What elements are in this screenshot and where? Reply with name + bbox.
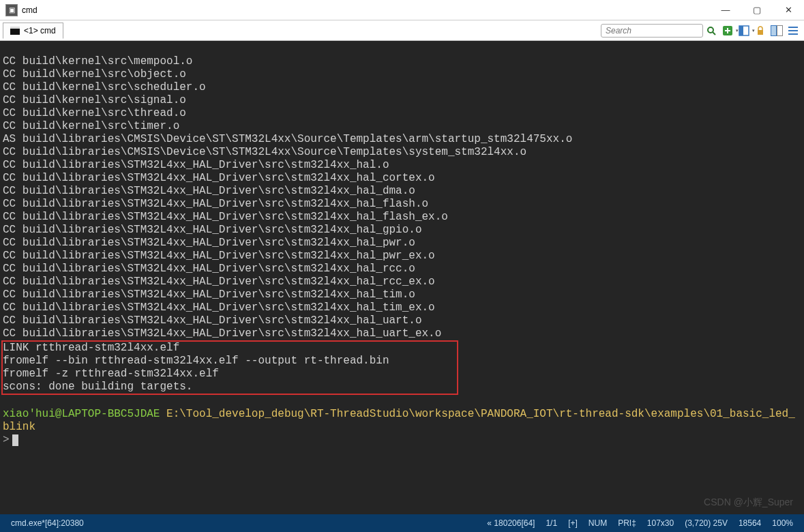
status-process: cmd.exe*[64]:20380: [11, 518, 84, 528]
tab-label: <1> cmd: [24, 26, 56, 35]
output-line: CC build\libraries\STM32L4xx_HAL_Driver\…: [3, 237, 415, 249]
output-line: CC build\libraries\STM32L4xx_HAL_Driver\…: [3, 211, 448, 223]
status-encoding: « 180206[64]: [487, 518, 535, 528]
output-line: CC build\libraries\STM32L4xx_HAL_Driver\…: [3, 172, 435, 184]
output-line: CC build\libraries\STM32L4xx_HAL_Driver\…: [3, 198, 428, 210]
output-line: CC build\libraries\STM32L4xx_HAL_Driver\…: [3, 159, 389, 171]
terminal-output[interactable]: CC build\kernel\src\mempool.o CC build\k…: [0, 41, 804, 514]
output-line: CC build\libraries\STM32L4xx_HAL_Driver\…: [3, 224, 422, 236]
search-icon[interactable]: [704, 24, 718, 38]
close-button[interactable]: ✕: [773, 0, 804, 20]
watermark: CSDN @小辉_Super: [704, 497, 793, 509]
output-line: CC build\libraries\CMSIS\Device\ST\STM32…: [3, 146, 526, 158]
status-num: NUM: [589, 518, 607, 528]
status-cursor: (3,720) 25V: [685, 518, 728, 528]
output-line: fromelf -z rtthread-stm32l4xx.elf: [3, 368, 219, 380]
app-icon: ▣: [5, 4, 18, 16]
output-line: CC build\libraries\STM32L4xx_HAL_Driver\…: [3, 289, 415, 301]
output-line: CC build\libraries\STM32L4xx_HAL_Driver\…: [3, 314, 422, 327]
search-input[interactable]: [601, 24, 703, 38]
highlighted-box: LINK rtthread-stm32l4xx.elf fromelf --bi…: [1, 340, 458, 395]
status-zoom: 100%: [772, 518, 793, 528]
output-line: CC build\kernel\src\scheduler.o: [3, 81, 206, 93]
cursor: [12, 434, 18, 446]
minimize-button[interactable]: —: [710, 0, 741, 20]
window-title: cmd: [22, 5, 38, 15]
output-line: CC build\libraries\STM32L4xx_HAL_Driver\…: [3, 327, 441, 340]
output-line: CC build\kernel\src\mempool.o: [3, 55, 192, 68]
output-line: LINK rtthread-stm32l4xx.elf: [3, 342, 179, 354]
output-line: CC build\libraries\STM32L4xx_HAL_Driver\…: [3, 250, 435, 262]
svg-rect-7: [758, 30, 763, 35]
svg-rect-6: [739, 26, 743, 35]
status-pri: PRI‡: [618, 518, 636, 528]
prompt-symbol: >: [3, 434, 10, 447]
svg-point-0: [708, 27, 713, 33]
terminal-icon: [10, 27, 20, 35]
status-insert: [+]: [568, 518, 578, 528]
output-line: scons: done building targets.: [3, 381, 192, 393]
status-position: 1/1: [546, 518, 557, 528]
output-line: fromelf --bin rtthread-stm32l4xx.elf --o…: [3, 355, 389, 367]
output-line: CC build\kernel\src\signal.o: [3, 94, 186, 106]
output-line: CC build\libraries\STM32L4xx_HAL_Driver\…: [3, 276, 435, 288]
svg-line-1: [713, 32, 715, 35]
panel-button[interactable]: ▾: [737, 24, 751, 38]
window-titlebar: ▣ cmd — ▢ ✕: [0, 0, 804, 20]
output-line: CC build\kernel\src\thread.o: [3, 107, 186, 119]
output-line: CC build\libraries\STM32L4xx_HAL_Driver\…: [3, 301, 435, 314]
prompt-user: xiao'hui@LAPTOP-BBC5JDAE: [3, 408, 160, 420]
output-line: AS build\libraries\CMSIS\Device\ST\STM32…: [3, 133, 572, 145]
menu-icon[interactable]: [786, 24, 800, 38]
output-line: CC build\libraries\STM32L4xx_HAL_Driver\…: [3, 185, 415, 197]
status-size: 107x30: [647, 518, 674, 528]
output-line: CC build\kernel\src\timer.o: [3, 120, 179, 132]
output-line: CC build\libraries\STM32L4xx_HAL_Driver\…: [3, 263, 415, 275]
maximize-button[interactable]: ▢: [741, 0, 773, 20]
tab-cmd[interactable]: <1> cmd: [3, 23, 63, 39]
output-line: CC build\kernel\src\object.o: [3, 68, 186, 80]
tab-bar: <1> cmd ▾ ▾: [0, 20, 804, 41]
split-view-button[interactable]: [770, 24, 784, 38]
status-chars: 18564: [739, 518, 761, 528]
status-bar: cmd.exe*[64]:20380 « 180206[64] 1/1 [+] …: [0, 514, 804, 532]
new-tab-button[interactable]: ▾: [721, 24, 734, 38]
lock-icon[interactable]: [754, 24, 767, 38]
